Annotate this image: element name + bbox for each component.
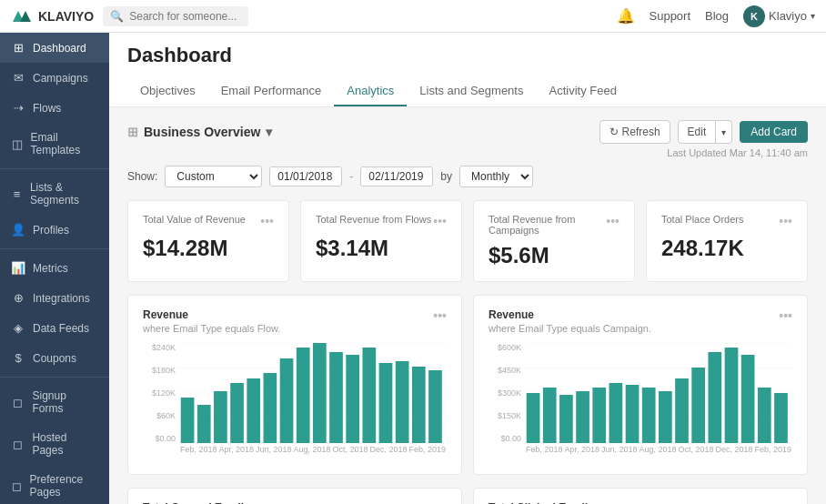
svg-rect-31 — [576, 391, 589, 443]
sidebar-item-coupons[interactable]: $ Coupons — [0, 343, 109, 373]
logo-text: KLAVIYO — [38, 9, 94, 24]
tab-email-performance[interactable]: Email Performance — [208, 76, 335, 106]
sidebar-item-integrations[interactable]: ⊕ Integrations — [0, 283, 109, 313]
logo[interactable]: KLAVIYO — [11, 5, 94, 27]
svg-rect-19 — [379, 363, 393, 443]
sidebar-item-label: Integrations — [33, 292, 90, 305]
kpi-card-flows-revenue: Total Revenue from Flows ••• $3.14M — [300, 200, 462, 282]
kpi-card-place-orders: Total Place Orders ••• 248.17K — [646, 200, 808, 282]
add-card-button[interactable]: Add Card — [740, 121, 808, 143]
filter-row: Show: Custom Last 30 days Last 7 days - … — [127, 166, 808, 187]
sidebar-item-campaigns[interactable]: ✉ Campaigns — [0, 63, 109, 93]
sidebar-item-profiles[interactable]: 👤 Profiles — [0, 215, 109, 245]
sidebar-item-data-feeds[interactable]: ◈ Data Feeds — [0, 313, 109, 343]
sidebar-item-label: Preference Pages — [30, 473, 98, 499]
kpi-title-text: Total Revenue from Flows — [316, 214, 431, 225]
kpi-more-icon[interactable]: ••• — [606, 214, 620, 228]
period-select[interactable]: Custom Last 30 days Last 7 days — [165, 166, 262, 187]
svg-rect-28 — [527, 393, 540, 443]
kpi-card-total-revenue: Total Value of Revenue ••• $14.28M — [127, 200, 289, 282]
svg-rect-34 — [626, 385, 640, 443]
tab-objectives[interactable]: Objectives — [127, 76, 208, 106]
kpi-more-icon[interactable]: ••• — [779, 214, 792, 228]
sidebar-item-label: Campaigns — [33, 72, 88, 85]
svg-rect-20 — [396, 361, 409, 443]
dashboard-icon: ⊞ — [11, 41, 25, 55]
search-input[interactable] — [129, 10, 238, 23]
svg-rect-35 — [642, 388, 656, 443]
sidebar-item-label: Metrics — [33, 262, 68, 275]
edit-button-group: Edit ▾ — [678, 120, 733, 144]
sidebar-item-label: Signup Forms — [33, 389, 98, 415]
bell-icon[interactable]: 🔔 — [617, 7, 635, 25]
svg-rect-21 — [412, 367, 426, 443]
kpi-title: Total Revenue from Flows ••• — [316, 214, 447, 228]
chart-inner — [525, 343, 792, 443]
user-menu[interactable]: K Klaviyo ▾ — [743, 5, 815, 27]
kpi-more-icon[interactable]: ••• — [260, 214, 274, 228]
last-updated: Last Updated Mar 14, 11:40 am — [127, 147, 808, 158]
bar-chart-svg-campaign — [525, 343, 792, 443]
sidebar-item-signup-forms[interactable]: ◻ Signup Forms — [0, 381, 109, 423]
date-from-input[interactable] — [269, 166, 342, 186]
date-to-input[interactable] — [360, 166, 433, 186]
frequency-select[interactable]: Monthly Weekly Daily — [459, 166, 533, 187]
sidebar-item-label: Email Templates — [31, 131, 98, 156]
page-header: Dashboard Objectives Email Performance A… — [109, 33, 826, 107]
sidebar-item-flows[interactable]: ⇢ Flows — [0, 93, 109, 123]
svg-rect-12 — [264, 373, 277, 443]
sidebar-item-metrics[interactable]: 📊 Metrics — [0, 253, 109, 283]
tab-analytics[interactable]: Analytics — [334, 76, 407, 106]
kpi-more-icon[interactable]: ••• — [433, 214, 447, 228]
sidebar-item-email-templates[interactable]: ◫ Email Templates — [0, 123, 109, 165]
chart-subtitle: where Email Type equals Campaign. — [489, 323, 792, 334]
edit-button[interactable]: Edit — [679, 121, 717, 143]
kpi-title-text: Total Value of Revenue — [143, 214, 246, 225]
tab-activity-feed[interactable]: Activity Feed — [536, 76, 629, 106]
flows-icon: ⇢ — [11, 101, 25, 115]
sidebar-item-lists-segments[interactable]: ≡ Lists & Segments — [0, 173, 109, 215]
chart-more-icon[interactable]: ••• — [433, 308, 447, 323]
kpi-card-campaigns-revenue: Total Revenue from Campaigns ••• $5.6M — [473, 200, 635, 282]
logo-icon — [11, 5, 33, 27]
dashboard-content: ⊞ Business Overview ▾ ↻ Refresh Edit ▾ A… — [109, 107, 826, 504]
grid-icon: ⊞ — [127, 125, 138, 139]
chart-area-flow: $240K $180K $120K $60K $0.00 — [143, 343, 447, 461]
sidebar-item-label: Flows — [33, 102, 61, 115]
svg-marker-1 — [20, 11, 31, 22]
search-box[interactable]: 🔍 — [103, 6, 248, 26]
edit-dropdown-button[interactable]: ▾ — [716, 123, 731, 142]
user-name: Klaviyo — [769, 9, 807, 23]
svg-rect-18 — [362, 348, 376, 443]
kpi-title: Total Revenue from Campaigns ••• — [489, 214, 620, 236]
refresh-button[interactable]: ↻ Refresh — [599, 120, 670, 144]
top-navigation: KLAVIYO 🔍 🔔 Support Blog K Klaviyo ▾ — [0, 0, 826, 33]
chart-more-icon[interactable]: ••• — [779, 308, 792, 323]
chart-title: Revenue ••• — [489, 308, 792, 323]
biz-actions: ↻ Refresh Edit ▾ Add Card — [599, 120, 808, 144]
svg-rect-29 — [543, 388, 557, 443]
sidebar-item-label: Data Feeds — [33, 322, 89, 335]
svg-rect-8 — [197, 405, 211, 443]
chart-card-opened-email: Total Opened Email ••• 800K 600K 400K — [127, 488, 462, 504]
kpi-title-text: Total Place Orders — [661, 214, 743, 225]
support-link[interactable]: Support — [650, 9, 691, 23]
tab-lists-segments[interactable]: Lists and Segments — [407, 76, 536, 106]
svg-rect-33 — [609, 383, 623, 443]
sidebar-item-preference-pages[interactable]: ◻ Preference Pages — [0, 465, 109, 504]
chart-title: Revenue ••• — [143, 308, 447, 323]
sidebar-item-label: Dashboard — [33, 42, 86, 55]
svg-rect-16 — [329, 352, 343, 443]
blog-link[interactable]: Blog — [705, 9, 729, 23]
svg-rect-13 — [280, 358, 294, 443]
kpi-value: 248.17K — [661, 236, 792, 261]
chart-row-2: Total Opened Email ••• 800K 600K 400K — [127, 488, 808, 504]
date-separator: - — [349, 170, 353, 183]
svg-rect-14 — [297, 348, 310, 443]
sidebar-item-dashboard[interactable]: ⊞ Dashboard — [0, 33, 109, 63]
sidebar-item-hosted-pages[interactable]: ◻ Hosted Pages — [0, 423, 109, 465]
biz-chevron-icon[interactable]: ▾ — [266, 125, 272, 139]
kpi-row: Total Value of Revenue ••• $14.28M Total… — [127, 200, 808, 282]
kpi-value: $5.6M — [489, 243, 620, 268]
svg-rect-36 — [659, 391, 672, 443]
